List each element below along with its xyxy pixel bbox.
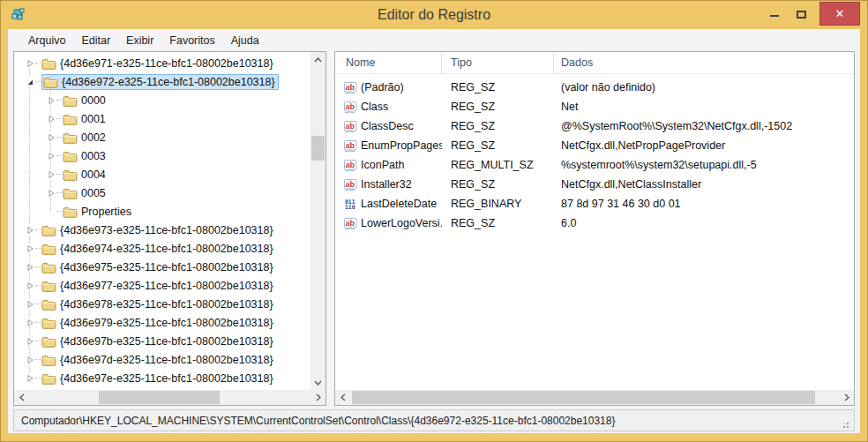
scroll-down-icon[interactable] (311, 375, 326, 390)
tree-connector-stub (35, 63, 41, 64)
expand-icon[interactable] (46, 114, 56, 124)
value-row[interactable]: 011110LastDeleteDateREG_BINARY87 8d 97 3… (335, 194, 854, 214)
expand-icon[interactable] (46, 132, 56, 142)
tree-item[interactable]: 0000 (14, 91, 311, 109)
tree-connector-stub (56, 137, 62, 138)
tree-item-label: {4d36e974-e325-11ce-bfc1-08002be10318} (60, 243, 273, 255)
folder-icon (63, 169, 78, 180)
expand-icon[interactable] (25, 281, 34, 290)
main-split: {4d36e971-e325-11ce-bfc1-08002be10318}{4… (8, 51, 860, 406)
menu-item-exibir[interactable]: Exibir (118, 31, 161, 50)
minimize-button[interactable] (761, 1, 788, 24)
tree-horizontal-scrollbar[interactable] (14, 390, 326, 405)
tree-hscroll-track[interactable] (29, 390, 311, 405)
selected-key-path: Computador\HKEY_LOCAL_MACHINE\SYSTEM\Cur… (21, 415, 842, 427)
expand-icon[interactable] (46, 169, 56, 179)
expand-icon[interactable] (25, 262, 34, 272)
value-data: 87 8d 97 31 46 30 d0 01 (554, 198, 854, 210)
list-horizontal-scrollbar[interactable] (335, 390, 854, 405)
value-data: NetCfgx.dll,NetPropPageProvider (554, 139, 854, 152)
tree-item[interactable]: 0004 (14, 165, 311, 184)
value-row[interactable]: abIconPathREG_MULTI_SZ%systemroot%\syste… (335, 155, 854, 175)
folder-icon (63, 94, 78, 106)
svg-text:ab: ab (346, 102, 355, 111)
collapse-icon[interactable] (25, 77, 34, 86)
expand-icon[interactable] (25, 299, 34, 309)
tree-connector-stub (35, 229, 41, 230)
string-value-icon: ab (344, 218, 358, 229)
status-bar: Computador\HKEY_LOCAL_MACHINE\SYSTEM\Cur… (13, 409, 855, 431)
tree-vscroll-thumb[interactable] (311, 136, 325, 161)
tree-item[interactable]: {4d36e978-e325-11ce-bfc1-08002be10318} (14, 295, 311, 313)
column-header-name[interactable]: Nome (335, 52, 442, 73)
tree-connector-stub (35, 81, 41, 82)
scroll-up-icon[interactable] (311, 52, 326, 67)
expand-icon[interactable] (25, 243, 34, 253)
tree-item[interactable]: 0002 (14, 128, 311, 146)
tree-connector-stub (35, 341, 41, 341)
title-bar[interactable]: Editor do Registro ✕ (8, 1, 860, 29)
list-hscroll-track[interactable] (350, 390, 839, 405)
tree-item[interactable]: {4d36e97e-e325-11ce-bfc1-08002be10318} (14, 369, 311, 387)
menu-item-arquivo[interactable]: Arquivo (20, 31, 73, 50)
tree-item-label: {4d36e977-e325-11ce-bfc1-08002be10318} (60, 280, 273, 292)
folder-icon (41, 57, 56, 69)
expand-icon[interactable] (46, 151, 56, 161)
expand-icon[interactable] (25, 373, 34, 383)
svg-text:ab: ab (346, 141, 355, 150)
string-value-icon: ab (344, 160, 358, 171)
scroll-right-icon[interactable] (311, 390, 326, 405)
tree-item[interactable]: 0003 (14, 146, 311, 165)
value-row[interactable]: ab(Padrão)REG_SZ(valor não definido) (335, 78, 854, 97)
tree-item[interactable]: {4d36e974-e325-11ce-bfc1-08002be10318} (14, 239, 311, 258)
resize-grip[interactable] (842, 417, 849, 424)
close-icon: ✕ (835, 7, 845, 20)
tree-item[interactable]: {4d36e977-e325-11ce-bfc1-08002be10318} (14, 276, 311, 295)
tree-connector-stub (35, 359, 41, 360)
expand-icon[interactable] (25, 355, 34, 364)
value-row[interactable]: abLowerLogoVersi...REG_SZ6.0 (335, 214, 854, 233)
expand-icon[interactable] (25, 318, 34, 327)
scroll-right-icon[interactable] (839, 390, 854, 405)
tree-item[interactable]: {4d36e97d-e325-11ce-bfc1-08002be10318} (14, 350, 311, 369)
value-data: Net (554, 101, 854, 113)
folder-icon (63, 113, 78, 124)
expand-icon[interactable] (25, 336, 34, 346)
maximize-button[interactable] (788, 1, 814, 24)
scroll-left-icon[interactable] (335, 390, 350, 405)
close-button[interactable]: ✕ (819, 2, 860, 26)
value-row[interactable]: abClassDescREG_SZ@%SystemRoot%\System32\… (335, 116, 854, 136)
tree-item[interactable]: 0001 (14, 109, 311, 128)
expand-icon[interactable] (25, 225, 34, 235)
value-row[interactable]: abInstaller32REG_SZNetCfgx.dll,NetClassI… (335, 175, 854, 194)
tree-vscroll-track[interactable] (311, 67, 326, 375)
menu-bar: ArquivoEditarExibirFavoritosAjuda (8, 29, 860, 51)
value-type: REG_BINARY (442, 198, 554, 210)
expand-icon[interactable] (46, 188, 56, 198)
list-hscroll-thumb[interactable] (352, 391, 815, 404)
menu-item-ajuda[interactable]: Ajuda (223, 31, 267, 50)
tree-item[interactable]: {4d36e973-e325-11ce-bfc1-08002be10318} (14, 221, 311, 239)
column-header-data[interactable]: Dados (554, 52, 854, 73)
minimize-icon (770, 15, 779, 17)
tree-item[interactable]: {4d36e979-e325-11ce-bfc1-08002be10318} (14, 313, 311, 332)
value-row[interactable]: abClassREG_SZNet (335, 97, 854, 116)
tree-item[interactable]: {4d36e97b-e325-11ce-bfc1-08002be10318} (14, 332, 311, 350)
selected-tree-item[interactable]: {4d36e972-e325-11ce-bfc1-08002be10318} (41, 74, 279, 90)
tree-item[interactable]: {4d36e975-e325-11ce-bfc1-08002be10318} (14, 258, 311, 276)
tree-vertical-scrollbar[interactable] (311, 52, 326, 390)
tree-item[interactable]: Properties (14, 202, 311, 221)
menu-item-favoritos[interactable]: Favoritos (161, 31, 222, 50)
tree-hscroll-thumb[interactable] (99, 391, 220, 404)
column-header-type[interactable]: Tipo (442, 52, 554, 73)
tree-connector-stub (35, 266, 41, 267)
expand-icon[interactable] (46, 95, 56, 105)
tree-item[interactable]: 0005 (14, 184, 311, 202)
menu-item-editar[interactable]: Editar (73, 31, 118, 50)
scroll-left-icon[interactable] (14, 390, 29, 405)
tree-item[interactable]: {4d36e971-e325-11ce-bfc1-08002be10318} (14, 54, 311, 72)
expand-icon[interactable] (25, 58, 34, 68)
window-title: Editor do Registro (8, 7, 860, 23)
tree-item[interactable]: {4d36e972-e325-11ce-bfc1-08002be10318} (14, 72, 311, 91)
value-row[interactable]: abEnumPropPages...REG_SZNetCfgx.dll,NetP… (335, 136, 854, 155)
